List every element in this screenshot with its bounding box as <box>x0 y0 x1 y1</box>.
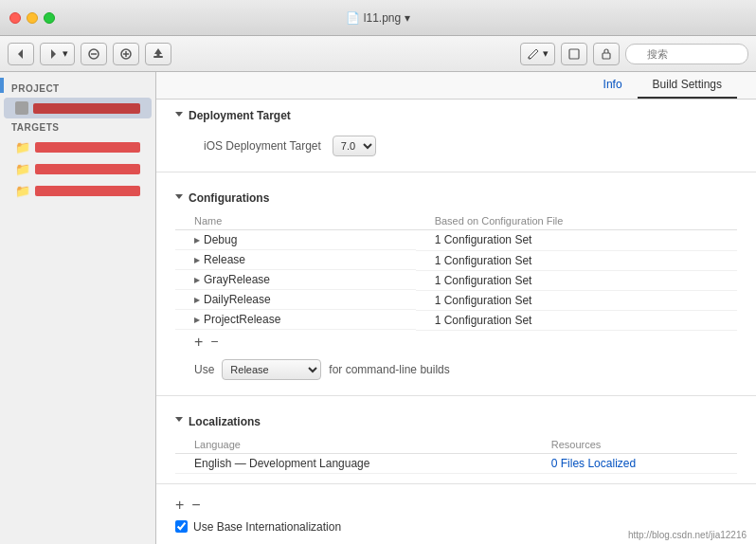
config-table-row: ▶ ProjectRelease 1 Configuration Set <box>175 310 737 330</box>
config-name: GrayRelease <box>204 273 270 286</box>
window-title: 📄 l11.png ▾ <box>346 11 410 25</box>
config-remove-button[interactable]: − <box>210 335 218 348</box>
deployment-title: Deployment Target <box>189 109 291 122</box>
folder-icon-3: 📁 <box>15 184 30 198</box>
share-button[interactable] <box>561 43 587 65</box>
row-expand-arrow: ▶ <box>194 316 200 324</box>
config-name: ProjectRelease <box>204 313 280 326</box>
language-cell: English — Development Language <box>175 453 532 473</box>
folder-icon-2: 📁 <box>15 162 30 176</box>
local-add-remove-row: + − <box>156 494 756 517</box>
config-table-row: ▶ Debug 1 Configuration Set <box>175 230 737 251</box>
zoom-out-button[interactable] <box>81 43 107 65</box>
target-1-redacted <box>35 142 140 153</box>
localizations-section-header: Localizations <box>175 415 737 428</box>
edit-dropdown-arrow: ▾ <box>543 47 549 60</box>
config-name-cell: ▶ ProjectRelease <box>175 310 416 330</box>
config-name-cell: ▶ DailyRelease <box>175 290 416 310</box>
title-icon: 📄 <box>346 11 360 25</box>
use-select[interactable]: Release Debug GrayRelease DailyRelease P… <box>222 359 321 380</box>
deployment-section-header: Deployment Target <box>175 109 737 122</box>
target-2-redacted <box>35 164 140 174</box>
local-remove-button[interactable]: − <box>191 498 200 513</box>
row-expand-arrow: ▶ <box>194 256 200 264</box>
row-expand-arrow: ▶ <box>194 276 200 284</box>
col-resources-header: Resources <box>532 436 737 454</box>
nav-right-button[interactable]: ▾ <box>40 43 75 65</box>
base-internationalization-checkbox[interactable] <box>175 520 188 533</box>
search-input[interactable] <box>625 44 748 64</box>
sidebar-item-target-3[interactable]: 📁 <box>4 180 152 202</box>
configurations-table: Name Based on Configuration File ▶ Debug… <box>175 212 737 331</box>
config-set-cell: 1 Configuration Set <box>416 270 737 290</box>
config-name: Debug <box>204 233 237 246</box>
project-section-label: PROJECT <box>0 80 155 98</box>
nav-dropdown-arrow: ▾ <box>63 47 68 60</box>
config-name: DailyRelease <box>204 293 271 306</box>
row-expand-arrow: ▶ <box>194 236 200 245</box>
configurations-section-header: Configurations <box>175 191 737 205</box>
tab-info[interactable]: Info <box>588 72 638 99</box>
localization-row: English — Development Language 0 Files L… <box>175 453 737 473</box>
localizations-title: Localizations <box>189 415 261 428</box>
svg-rect-12 <box>603 53 610 59</box>
config-table-row: ▶ DailyRelease 1 Configuration Set <box>175 290 737 310</box>
ios-deployment-label: iOS Deployment Target <box>204 139 321 153</box>
config-name: Release <box>204 253 245 266</box>
watermark: http://blog.csdn.net/jia12216 <box>628 530 747 540</box>
svg-rect-7 <box>153 56 163 58</box>
svg-marker-1 <box>51 49 56 59</box>
traffic-lights <box>9 12 55 24</box>
use-label: Use <box>194 363 214 376</box>
tab-build-settings[interactable]: Build Settings <box>638 72 737 99</box>
divider-1 <box>156 172 756 172</box>
ios-version-select[interactable]: 7.0 6.0 6.1 7.1 8.0 <box>333 136 376 156</box>
localizations-arrow <box>175 417 183 426</box>
close-button[interactable] <box>9 12 21 24</box>
sidebar-item-target-2[interactable]: 📁 <box>4 158 152 180</box>
deployment-arrow <box>175 112 183 120</box>
local-add-button[interactable]: + <box>175 498 184 513</box>
configurations-section: Configurations Name Based on Configurati… <box>156 182 756 386</box>
config-set-cell: 1 Configuration Set <box>416 230 737 251</box>
minimize-button[interactable] <box>27 12 38 24</box>
deployment-section: Deployment Target iOS Deployment Target … <box>156 100 756 162</box>
project-item-redacted <box>33 103 140 114</box>
title-bar: 📄 l11.png ▾ <box>0 0 756 36</box>
target-3-redacted <box>35 186 140 196</box>
project-icon <box>15 101 28 115</box>
config-table-row: ▶ Release 1 Configuration Set <box>175 250 737 270</box>
divider-2 <box>156 395 756 396</box>
lock-button[interactable] <box>593 43 620 65</box>
config-add-button[interactable]: + <box>194 335 203 350</box>
resources-cell: 0 Files Localized <box>532 453 737 473</box>
config-add-remove-row: + − <box>175 331 737 354</box>
title-chevron: ▾ <box>405 11 410 25</box>
sidebar-item-project[interactable] <box>4 98 152 118</box>
localizations-table: Language Resources English — Development… <box>175 436 737 474</box>
config-set-cell: 1 Configuration Set <box>416 250 737 270</box>
nav-left-button[interactable] <box>8 43 34 65</box>
row-expand-arrow: ▶ <box>194 296 200 304</box>
configurations-title: Configurations <box>189 191 269 205</box>
main-layout: PROJECT TARGETS 📁 📁 📁 Info Build Setting… <box>0 72 756 544</box>
edit-button[interactable]: ▾ <box>520 43 555 65</box>
targets-section-label: TARGETS <box>0 118 155 136</box>
folder-icon-1: 📁 <box>15 140 30 154</box>
col-name-header: Name <box>175 212 416 230</box>
export-button[interactable] <box>145 43 171 65</box>
config-name-cell: ▶ GrayRelease <box>175 270 416 290</box>
col-based-on-header: Based on Configuration File <box>416 212 737 230</box>
configurations-arrow <box>175 194 183 203</box>
config-set-cell: 1 Configuration Set <box>416 310 737 330</box>
sidebar-item-target-1[interactable]: 📁 <box>4 136 152 158</box>
tab-bar: Info Build Settings <box>156 72 756 100</box>
toolbar: ▾ ▾ 🔍 <box>0 36 756 72</box>
maximize-button[interactable] <box>44 12 55 24</box>
svg-marker-0 <box>18 49 23 59</box>
content-area: Info Build Settings Deployment Target iO… <box>156 72 756 544</box>
config-table-row: ▶ GrayRelease 1 Configuration Set <box>175 270 737 290</box>
zoom-in-button[interactable] <box>113 43 139 65</box>
svg-rect-11 <box>569 49 579 59</box>
localizations-section: Localizations Language Resources English… <box>156 406 756 474</box>
